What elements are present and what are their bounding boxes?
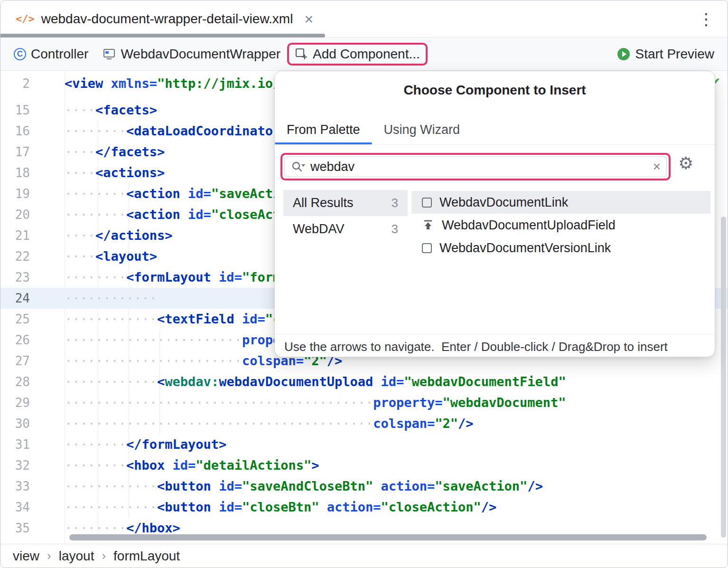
popup-title: Choose Component to Insert	[275, 83, 715, 98]
result-label: WebdavDocumentLink	[439, 195, 568, 210]
choose-component-popup: Choose Component to Insert From PaletteU…	[274, 71, 715, 357]
controller-label: Controller	[31, 47, 88, 62]
add-component-label: Add Component...	[313, 47, 420, 62]
line-number[interactable]: 23	[0, 267, 65, 288]
breadcrumb-separator: ›	[102, 549, 106, 563]
start-preview-label: Start Preview	[635, 47, 715, 62]
start-preview-button[interactable]: Start Preview	[616, 47, 715, 62]
tab-strip-scrollbar[interactable]	[0, 34, 325, 38]
view-descriptor-icon	[103, 47, 116, 61]
close-tab-icon[interactable]: ×	[304, 11, 313, 27]
breadcrumb-item[interactable]: layout	[59, 549, 94, 564]
line-number[interactable]: 26	[0, 330, 65, 350]
code-text: ····<layout>	[65, 246, 157, 267]
horizontal-scrollbar[interactable]	[69, 534, 707, 540]
palette-category-row[interactable]: All Results3	[283, 190, 408, 216]
code-text: ········<formLayout id="form">	[65, 267, 296, 288]
code-line[interactable]: 32········<hbox id="detailActions">	[0, 455, 728, 476]
tabs-divider	[275, 144, 715, 145]
code-text: ············<button id="closeBtn" action…	[65, 497, 496, 518]
category-label: All Results	[293, 196, 354, 210]
tab-label: Using Wizard	[384, 123, 460, 137]
code-text: ····<actions>	[65, 162, 165, 183]
category-count: 3	[392, 196, 398, 210]
palette-result-row[interactable]: WebdavDocumentVersionLink	[411, 237, 710, 259]
breadcrumb-item[interactable]: view	[13, 549, 39, 564]
code-text: ········································…	[65, 392, 566, 413]
editor-tab-bar: </> webdav-document-wrapper-detail-view.…	[0, 0, 728, 38]
line-number[interactable]: 20	[0, 204, 65, 225]
code-text: ········································…	[65, 413, 474, 434]
code-text: ····</facets>	[65, 142, 165, 162]
line-number[interactable]: 28	[0, 371, 65, 392]
category-count: 3	[392, 222, 398, 237]
add-component-icon	[295, 47, 308, 61]
footer-divider	[275, 334, 715, 334]
palette-result-row[interactable]: WebdavDocumentUploadField	[411, 214, 710, 237]
line-number[interactable]: 19	[0, 183, 65, 204]
palette-category-row[interactable]: WebDAV3	[283, 216, 408, 242]
code-text: ········</formLayout>	[65, 434, 226, 455]
component-icon	[422, 243, 432, 253]
vertical-scrollbar[interactable]	[721, 217, 726, 538]
tab-from-palette[interactable]: From Palette	[275, 115, 372, 144]
line-number[interactable]: 29	[0, 392, 65, 413]
popup-hint: Use the arrows to navigate. Enter / Doub…	[284, 340, 668, 354]
code-line[interactable]: 28············<webdav:webdavDocumentUplo…	[0, 371, 728, 392]
code-text: ············<button id="saveAndCloseBtn"…	[65, 476, 543, 497]
line-number[interactable]: 16	[0, 121, 65, 142]
play-icon	[616, 47, 631, 61]
popup-tabs: From PaletteUsing Wizard	[275, 115, 472, 144]
palette-results: WebdavDocumentLinkWebdavDocumentUploadFi…	[411, 191, 710, 259]
wrapper-button[interactable]: WebdavDocumentWrapper	[103, 47, 280, 62]
line-number[interactable]: 33	[0, 476, 65, 497]
line-number[interactable]: 32	[0, 455, 65, 476]
code-line[interactable]: 31········</formLayout>	[0, 434, 728, 455]
xml-file-icon: </>	[16, 13, 35, 25]
result-label: WebdavDocumentVersionLink	[439, 241, 611, 256]
code-text: ············<webdav:webdavDocumentUpload…	[65, 371, 566, 392]
code-text: ········<hbox id="detailActions">	[65, 455, 319, 476]
line-number[interactable]: 27	[0, 350, 65, 371]
line-number[interactable]: 24	[0, 288, 65, 309]
ide-window: </> webdav-document-wrapper-detail-view.…	[0, 0, 728, 568]
line-number[interactable]: 25	[0, 309, 65, 330]
search-query-text: webdav	[310, 160, 355, 174]
clear-search-icon[interactable]: ×	[653, 160, 661, 173]
annotation-highlight-add-component: Add Component...	[287, 43, 428, 66]
breadcrumb: view›layout›formLayout	[0, 544, 728, 568]
palette-categories: All Results3WebDAV3	[283, 190, 408, 242]
search-input[interactable]: webdav ×	[284, 156, 667, 177]
line-number[interactable]: 18	[0, 162, 65, 183]
add-component-button[interactable]: Add Component...	[295, 47, 420, 62]
code-line[interactable]: 30······································…	[0, 413, 728, 434]
code-text: ············	[65, 288, 157, 309]
upload-icon	[422, 219, 434, 231]
line-number[interactable]: 17	[0, 142, 65, 162]
line-number[interactable]: 34	[0, 497, 65, 518]
breadcrumb-separator: ›	[47, 549, 51, 563]
line-number[interactable]: 21	[0, 225, 65, 246]
line-number[interactable]: 30	[0, 413, 65, 434]
more-options-icon[interactable]: ⋮	[698, 11, 714, 27]
code-line[interactable]: 29······································…	[0, 392, 728, 413]
gear-icon[interactable]: ⚙	[678, 155, 693, 172]
search-icon	[290, 160, 306, 174]
palette-result-row[interactable]: WebdavDocumentLink	[411, 191, 710, 214]
line-number[interactable]: 22	[0, 246, 65, 267]
code-line[interactable]: 34············<button id="closeBtn" acti…	[0, 497, 728, 518]
code-line[interactable]: 33············<button id="saveAndCloseBt…	[0, 476, 728, 497]
code-text: ····</actions>	[65, 225, 173, 246]
wrapper-label: WebdavDocumentWrapper	[121, 47, 280, 62]
breadcrumb-item[interactable]: formLayout	[113, 549, 180, 564]
component-icon	[422, 198, 432, 208]
line-number[interactable]: 31	[0, 434, 65, 455]
controller-button[interactable]: C Controller	[14, 47, 88, 62]
line-number[interactable]: 35	[0, 518, 65, 539]
file-tab-title[interactable]: webdav-document-wrapper-detail-view.xml	[41, 11, 293, 27]
category-label: WebDAV	[293, 222, 345, 237]
controller-icon: C	[14, 48, 26, 60]
line-number[interactable]: 15	[0, 100, 65, 121]
line-number[interactable]: 2	[0, 73, 65, 94]
tab-using-wizard[interactable]: Using Wizard	[372, 115, 472, 144]
